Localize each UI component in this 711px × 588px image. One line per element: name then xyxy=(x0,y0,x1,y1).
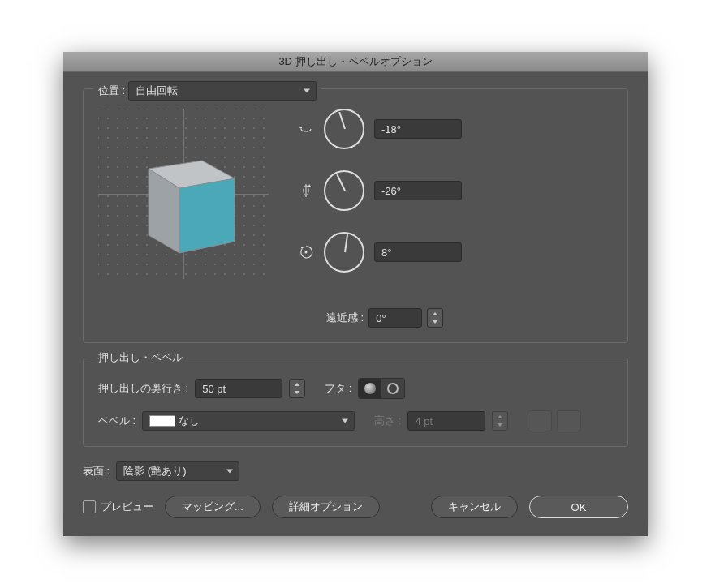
extrude-bevel-group: 押し出し・ベベル 押し出しの奥行き : 50 pt フタ : xyxy=(83,358,628,447)
cancel-button[interactable]: キャンセル xyxy=(431,496,518,518)
rotation-y-row: -26° xyxy=(298,170,462,211)
perspective-row: 遠近感 : 0° xyxy=(326,308,462,328)
rotation-z-input[interactable]: 8° xyxy=(374,242,462,262)
bevel-swatch-icon xyxy=(149,415,175,427)
bevel-in-button xyxy=(528,410,552,431)
dialog-content: 位置 : 自由回転 xyxy=(63,72,648,536)
titlebar: 3D 押し出し・ベベルオプション xyxy=(63,52,648,72)
svg-marker-7 xyxy=(308,184,311,187)
extrude-group-label: 押し出し・ベベル xyxy=(93,350,187,365)
cap-solid-icon xyxy=(364,383,376,394)
depth-row: 押し出しの奥行き : 50 pt フタ : xyxy=(98,378,613,399)
bevel-direction-buttons xyxy=(528,410,581,431)
rotate-z-icon xyxy=(298,244,314,260)
cap-label: フタ : xyxy=(325,381,351,396)
cap-toggle xyxy=(358,378,405,399)
perspective-label: 遠近感 : xyxy=(326,311,364,325)
depth-label: 押し出しの奥行き : xyxy=(98,381,188,396)
position-dropdown[interactable]: 自由回転 xyxy=(128,81,317,101)
rotation-x-dial[interactable] xyxy=(324,109,364,149)
perspective-input[interactable]: 0° xyxy=(368,308,422,328)
svg-marker-8 xyxy=(300,247,304,249)
height-input: 4 pt xyxy=(407,411,485,431)
ok-button[interactable]: OK xyxy=(529,496,628,518)
dialog-title: 3D 押し出し・ベベルオプション xyxy=(278,54,432,69)
more-options-button[interactable]: 詳細オプション xyxy=(272,496,380,518)
rotation-y-dial[interactable] xyxy=(324,170,364,211)
bevel-label: ベベル : xyxy=(98,414,136,428)
svg-point-9 xyxy=(305,251,308,254)
svg-marker-4 xyxy=(299,127,303,129)
cap-on-button[interactable] xyxy=(359,379,381,398)
surface-row: 表面 : 陰影 (艶あり) xyxy=(83,461,628,481)
position-group: 位置 : 自由回転 xyxy=(83,88,628,343)
rotation-z-dial[interactable] xyxy=(324,232,364,273)
dialog-3d-extrude-bevel: 3D 押し出し・ベベルオプション 位置 : 自由回転 xyxy=(63,52,648,536)
rotate-x-icon xyxy=(298,121,314,137)
preview-check-row[interactable]: プレビュー xyxy=(83,500,153,514)
position-group-label: 位置 : 自由回転 xyxy=(93,81,321,101)
rotation-z-row: 8° xyxy=(298,232,462,273)
height-label: 高さ : xyxy=(374,414,401,428)
rotation-preview[interactable] xyxy=(98,109,269,279)
mapping-button[interactable]: マッピング... xyxy=(165,496,261,518)
rotation-x-row: -18° xyxy=(298,109,462,149)
cap-off-button[interactable] xyxy=(381,379,404,398)
bevel-out-button xyxy=(557,410,581,431)
button-bar: プレビュー マッピング... 詳細オプション キャンセル OK xyxy=(83,496,628,518)
position-label: 位置 : xyxy=(98,84,125,98)
rotation-y-input[interactable]: -26° xyxy=(374,181,462,200)
surface-dropdown[interactable]: 陰影 (艶あり) xyxy=(116,461,239,481)
bevel-row: ベベル : なし 高さ : 4 pt xyxy=(98,410,613,431)
cube-icon xyxy=(123,133,252,263)
depth-stepper[interactable] xyxy=(289,379,305,398)
preview-label: プレビュー xyxy=(101,500,153,514)
rotation-x-input[interactable]: -18° xyxy=(374,119,462,139)
svg-marker-2 xyxy=(179,178,235,253)
rotation-controls: -18° -26° xyxy=(298,109,462,328)
depth-input[interactable]: 50 pt xyxy=(195,379,282,398)
height-stepper xyxy=(492,411,508,431)
surface-label: 表面 : xyxy=(83,464,110,479)
rotate-y-icon xyxy=(298,182,314,199)
cap-hollow-icon xyxy=(387,383,399,394)
perspective-stepper[interactable] xyxy=(427,308,443,328)
preview-checkbox[interactable] xyxy=(83,500,96,513)
bevel-dropdown[interactable]: なし xyxy=(142,411,355,431)
